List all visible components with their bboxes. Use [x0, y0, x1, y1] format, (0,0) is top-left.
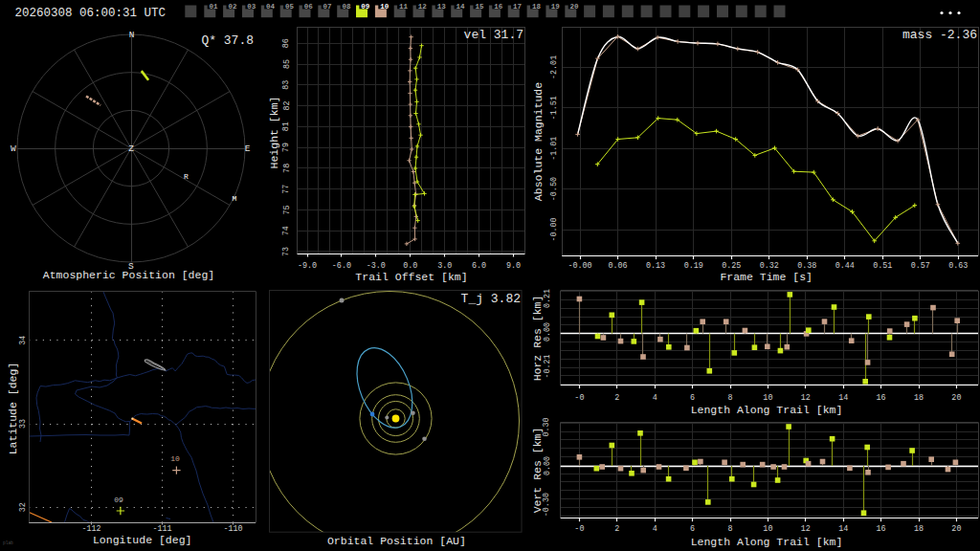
svg-text:32: 32 — [18, 502, 28, 512]
svg-text:11: 11 — [399, 3, 409, 11]
svg-text:0.38: 0.38 — [797, 261, 816, 271]
svg-text:0.06: 0.06 — [609, 261, 628, 271]
svg-text:W: W — [11, 143, 16, 154]
svg-text:Atmospheric Position [deg]: Atmospheric Position [deg] — [43, 269, 214, 281]
svg-text:10: 10 — [763, 393, 772, 403]
svg-text:12: 12 — [801, 393, 811, 403]
svg-text:8: 8 — [727, 524, 732, 534]
svg-text:-111: -111 — [153, 524, 172, 534]
svg-text:-0: -0 — [574, 393, 584, 403]
svg-text:0.00: 0.00 — [543, 322, 552, 342]
svg-text:Absolute Magnitude: Absolute Magnitude — [532, 82, 545, 201]
svg-text:-0.30: -0.30 — [543, 493, 552, 517]
svg-text:10: 10 — [763, 524, 772, 534]
svg-text:16: 16 — [877, 393, 886, 403]
svg-text:85: 85 — [282, 59, 292, 69]
svg-text:6: 6 — [690, 393, 695, 403]
svg-text:-0: -0 — [574, 524, 584, 534]
svg-text:0.21: 0.21 — [543, 289, 552, 308]
svg-text:18: 18 — [532, 3, 542, 11]
svg-text:20260308 06:00:31 UTC: 20260308 06:00:31 UTC — [15, 7, 167, 20]
svg-text:74: 74 — [281, 226, 291, 235]
svg-text:4: 4 — [653, 524, 657, 534]
svg-text:33: 33 — [18, 419, 28, 429]
svg-text:-2.01: -2.01 — [549, 55, 559, 79]
svg-text:0.19: 0.19 — [684, 261, 703, 271]
svg-text:81: 81 — [281, 121, 291, 131]
svg-text:77: 77 — [281, 185, 291, 194]
svg-text:-112: -112 — [81, 524, 100, 534]
svg-text:plab: plab — [3, 540, 13, 545]
svg-text:0.51: 0.51 — [873, 261, 892, 271]
svg-text:82: 82 — [282, 101, 292, 111]
svg-text:02: 02 — [228, 3, 237, 11]
svg-text:-6.0: -6.0 — [332, 261, 351, 271]
svg-text:0.44: 0.44 — [835, 261, 855, 271]
svg-text:Z: Z — [128, 143, 134, 154]
svg-text:07: 07 — [323, 3, 332, 11]
svg-text:16: 16 — [494, 3, 503, 11]
svg-text:0.63: 0.63 — [948, 261, 968, 271]
svg-text:06: 06 — [304, 3, 314, 11]
svg-text:09: 09 — [114, 496, 123, 504]
svg-text:E: E — [245, 143, 251, 154]
svg-text:6: 6 — [690, 524, 695, 534]
svg-text:vel 31.7: vel 31.7 — [464, 28, 523, 42]
svg-text:8: 8 — [727, 393, 732, 403]
svg-text:M: M — [233, 194, 237, 203]
svg-text:10: 10 — [170, 454, 180, 463]
svg-text:-9.0: -9.0 — [298, 261, 317, 271]
svg-text:34: 34 — [18, 336, 28, 345]
svg-text:Horz Res [km]: Horz Res [km] — [531, 296, 544, 382]
svg-text:T_j 3.82: T_j 3.82 — [461, 292, 521, 306]
svg-text:08: 08 — [342, 3, 351, 11]
svg-text:-3.0: -3.0 — [367, 261, 386, 271]
svg-text:Frame Time [s]: Frame Time [s] — [720, 271, 813, 283]
svg-text:20: 20 — [570, 3, 580, 11]
svg-text:R: R — [184, 172, 189, 181]
svg-text:-1.01: -1.01 — [549, 137, 559, 161]
svg-text:Q* 37.8: Q* 37.8 — [201, 33, 254, 48]
svg-text:05: 05 — [285, 3, 295, 11]
svg-text:mass -2.36: mass -2.36 — [902, 28, 977, 42]
svg-text:-0.50: -0.50 — [549, 177, 559, 201]
svg-text:4: 4 — [653, 393, 657, 403]
svg-text:0.30: 0.30 — [543, 417, 552, 436]
svg-text:-0.00: -0.00 — [549, 217, 559, 241]
svg-text:86: 86 — [282, 38, 292, 48]
svg-text:-1.51: -1.51 — [549, 96, 559, 120]
svg-text:-0.00: -0.00 — [568, 261, 592, 271]
svg-text:Length Along Trail [km]: Length Along Trail [km] — [691, 536, 843, 548]
svg-text:0.13: 0.13 — [646, 261, 665, 271]
svg-text:N: N — [129, 30, 135, 40]
svg-text:17: 17 — [513, 3, 522, 11]
svg-text:18: 18 — [914, 393, 924, 403]
svg-text:78: 78 — [282, 164, 292, 173]
svg-text:03: 03 — [247, 3, 256, 11]
svg-text:0.0: 0.0 — [403, 261, 417, 271]
svg-text:-110: -110 — [224, 524, 243, 534]
svg-text:Longitude [deg]: Longitude [deg] — [93, 534, 192, 546]
svg-text:09: 09 — [361, 3, 370, 11]
svg-text:14: 14 — [838, 524, 848, 534]
svg-text:20: 20 — [951, 524, 961, 534]
svg-text:Trail Offset [km]: Trail Offset [km] — [355, 271, 467, 283]
svg-text:12: 12 — [801, 524, 811, 534]
svg-text:2: 2 — [614, 524, 619, 534]
svg-text:79: 79 — [282, 143, 292, 152]
svg-text:01: 01 — [210, 3, 219, 11]
svg-text:04: 04 — [266, 3, 276, 11]
svg-text:Orbital Position [AU]: Orbital Position [AU] — [327, 535, 466, 547]
svg-text:14: 14 — [456, 3, 465, 11]
svg-text:16: 16 — [877, 524, 886, 534]
svg-text:19: 19 — [551, 3, 561, 11]
svg-text:15: 15 — [475, 3, 484, 11]
svg-text:20: 20 — [951, 393, 961, 403]
svg-text:18: 18 — [914, 524, 924, 534]
svg-text:0.00: 0.00 — [543, 456, 552, 475]
svg-text:9.0: 9.0 — [506, 261, 521, 271]
svg-text:Length Along Trail [km]: Length Along Trail [km] — [691, 404, 843, 416]
svg-text:Latitude [deg]: Latitude [deg] — [7, 363, 19, 455]
svg-text:6.0: 6.0 — [472, 261, 486, 271]
svg-text:0.25: 0.25 — [722, 261, 741, 271]
